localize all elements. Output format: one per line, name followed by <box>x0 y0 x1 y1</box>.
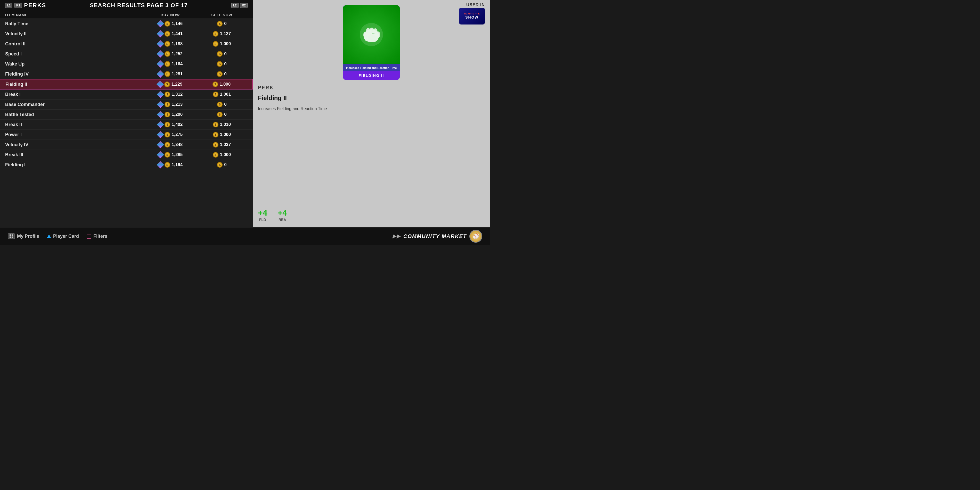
sell-coin: S <box>213 142 218 148</box>
buy-coin: S <box>164 51 170 57</box>
table-row[interactable]: Rally Time S 1,146 S 0 <box>0 19 253 29</box>
my-profile-nav[interactable]: My Profile <box>8 233 39 239</box>
market-arrows-icon: ▶▶ <box>393 233 401 239</box>
table-row[interactable]: Power I S 1,275 S 1,000 <box>0 130 253 140</box>
sell-price: 1,127 <box>220 31 231 37</box>
diamond-icon <box>157 141 164 148</box>
buy-price-cell: S 1,164 <box>145 61 196 67</box>
rts-show: SHOW <box>465 15 479 19</box>
table-row[interactable]: Control II S 1,188 S 1,000 <box>0 39 253 49</box>
sell-price-cell: S 0 <box>196 71 248 77</box>
table-row[interactable]: Break II S 1,402 S 1,010 <box>0 120 253 130</box>
sell-price: 0 <box>224 162 226 167</box>
col-sell-header: SELL NOW <box>196 13 248 17</box>
buy-price: 1,285 <box>172 152 183 158</box>
buy-coin: S <box>164 152 170 158</box>
item-card[interactable]: Increases Fielding and Reaction Time FIE… <box>343 5 400 80</box>
sell-coin: S <box>213 41 218 47</box>
table-row[interactable]: Break III S 1,285 S 1,000 <box>0 150 253 160</box>
diamond-icon <box>157 60 164 68</box>
sell-price-cell: S 0 <box>196 61 248 67</box>
svg-rect-11 <box>12 234 13 236</box>
player-card-nav[interactable]: Player Card <box>47 234 79 239</box>
sell-price-cell: S 0 <box>196 112 248 117</box>
buy-coin: S <box>164 81 170 87</box>
diamond-icon <box>157 70 164 78</box>
rea-label: REA <box>278 218 286 222</box>
search-title: SEARCH RESULTS PAGE 3 OF 17 <box>46 2 231 9</box>
baseball-seam: ⚾ <box>473 233 479 239</box>
sell-price: 1,000 <box>220 82 231 87</box>
item-name: Speed I <box>5 51 145 57</box>
card-desc-text: Increases Fielding and Reaction Time <box>346 66 397 69</box>
sell-price-cell: S 1,000 <box>196 41 248 47</box>
buy-price: 1,213 <box>172 102 183 107</box>
sell-price-cell: S 1,127 <box>196 31 248 37</box>
svg-rect-13 <box>12 237 13 238</box>
perks-label: L1 R1 PERKS <box>5 2 46 9</box>
table-row[interactable]: Base Commander S 1,213 S 0 <box>0 100 253 110</box>
sell-price-cell: S 1,037 <box>196 142 248 148</box>
right-panel: USED IN ROAD TO THE SHOW <box>253 0 490 227</box>
item-name: Base Commander <box>5 102 145 107</box>
grid-icon <box>8 233 15 239</box>
table-body: Rally Time S 1,146 S 0 Velocity II S 1,4… <box>0 19 253 227</box>
table-row[interactable]: Fielding IV S 1,281 S 0 <box>0 69 253 79</box>
buy-price-cell: S 1,312 <box>145 92 196 97</box>
main-content: L1 R1 PERKS SEARCH RESULTS PAGE 3 OF 17 … <box>0 0 490 227</box>
fld-label: FLD <box>259 218 266 222</box>
sell-price-cell: S 0 <box>196 102 248 107</box>
my-profile-label: My Profile <box>17 234 39 239</box>
glove-icon <box>358 22 384 48</box>
card-label-bar: FIELDING II <box>343 71 400 80</box>
item-name: Break II <box>5 122 145 127</box>
buy-price: 1,146 <box>172 21 183 26</box>
diamond-icon <box>157 20 164 27</box>
buy-price-cell: S 1,146 <box>145 21 196 27</box>
community-market-label: COMMUNITY MARKET <box>403 233 467 239</box>
sell-price: 1,001 <box>220 92 231 97</box>
search-header: L1 R1 PERKS SEARCH RESULTS PAGE 3 OF 17 … <box>0 0 253 11</box>
filters-label: Filters <box>93 234 107 239</box>
table-row[interactable]: Break I S 1,312 S 1,001 <box>0 89 253 100</box>
card-icon-area <box>343 5 400 64</box>
buy-price: 1,252 <box>172 51 183 56</box>
buy-price-cell: S 1,200 <box>145 112 196 117</box>
stat-fld: +4 FLD <box>258 208 267 222</box>
diamond-icon <box>157 40 164 48</box>
sell-coin: S <box>217 162 223 168</box>
item-name: Fielding I <box>5 162 145 168</box>
sell-price-cell: S 1,001 <box>196 92 248 97</box>
col-buy-header: BUY NOW <box>145 13 196 17</box>
table-row[interactable]: Wake Up S 1,164 S 0 <box>0 59 253 69</box>
svg-point-7 <box>367 33 378 42</box>
sell-price-cell: S 0 <box>196 51 248 57</box>
buy-coin: S <box>164 122 170 127</box>
diamond-icon <box>157 50 164 57</box>
r2-badge: R2 <box>240 3 248 8</box>
sell-coin: S <box>217 71 223 77</box>
table-row[interactable]: Fielding II S 1,229 S 1,000 <box>0 79 253 89</box>
buy-coin: S <box>164 61 170 67</box>
sell-price: 0 <box>224 21 226 26</box>
table-row[interactable]: Velocity II S 1,441 S 1,127 <box>0 29 253 39</box>
sell-price-cell: S 1,010 <box>196 122 248 127</box>
sell-price: 1,010 <box>220 122 231 127</box>
buy-price: 1,200 <box>172 112 183 117</box>
perk-section-label: PERK <box>258 85 485 92</box>
table-row[interactable]: Fielding I S 1,194 S 0 <box>0 160 253 170</box>
sell-coin: S <box>213 81 218 87</box>
table-row[interactable]: Battle Tested S 1,200 S 0 <box>0 110 253 120</box>
triangle-icon <box>47 234 51 238</box>
item-name: Wake Up <box>5 61 145 67</box>
player-card-label: Player Card <box>53 234 79 239</box>
table-row[interactable]: Velocity IV S 1,348 S 1,037 <box>0 140 253 150</box>
buy-price: 1,229 <box>172 82 183 87</box>
diamond-icon <box>157 30 164 37</box>
buy-price-cell: S 1,285 <box>145 152 196 158</box>
table-row[interactable]: Speed I S 1,252 S 0 <box>0 49 253 59</box>
perk-name: Fielding II <box>258 94 485 102</box>
filters-nav[interactable]: Filters <box>87 234 107 239</box>
buy-price: 1,281 <box>172 72 183 76</box>
road-to-show-badge: ROAD TO THE SHOW <box>459 8 485 24</box>
